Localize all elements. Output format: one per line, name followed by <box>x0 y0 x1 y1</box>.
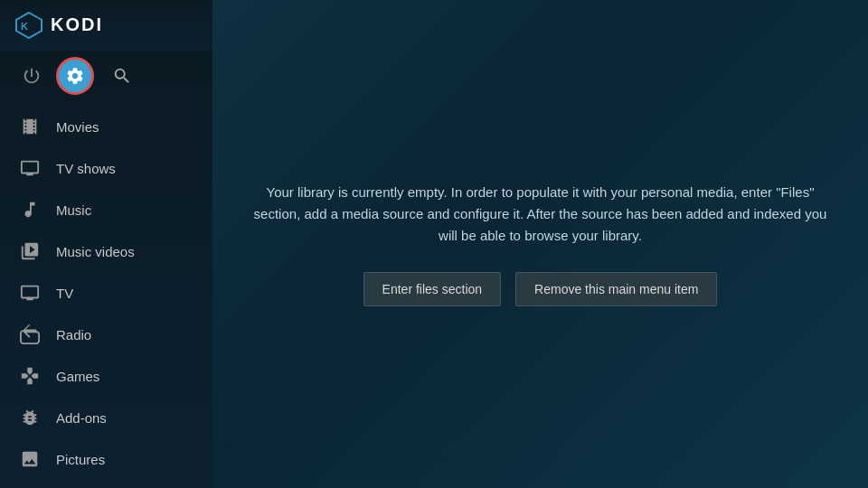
music-videos-label: Music videos <box>56 244 135 259</box>
main-content: Your library is currently empty. In orde… <box>212 0 868 488</box>
sidebar-item-music-videos[interactable]: Music videos <box>0 230 212 272</box>
nav-items: Movies TV shows Music M <box>0 106 212 488</box>
music-videos-icon <box>18 239 42 263</box>
action-buttons: Enter files section Remove this main men… <box>363 272 718 306</box>
sidebar-item-radio[interactable]: Radio <box>0 314 212 355</box>
sidebar-item-music[interactable]: Music <box>0 189 212 230</box>
empty-library-message: Your library is currently empty. In orde… <box>249 182 832 247</box>
app-layout: K KODI 12:10 PM <box>0 0 868 488</box>
enter-files-button[interactable]: Enter files section <box>363 272 502 306</box>
pictures-label: Pictures <box>56 452 105 467</box>
radio-label: Radio <box>56 327 91 343</box>
addons-icon <box>18 406 42 429</box>
add-ons-label: Add-ons <box>56 410 107 426</box>
music-label: Music <box>56 202 91 218</box>
sidebar-item-tv[interactable]: TV <box>0 272 212 314</box>
radio-icon <box>18 323 42 346</box>
games-label: Games <box>56 369 99 384</box>
sidebar-item-tv-shows[interactable]: TV shows <box>0 147 212 189</box>
sidebar-item-games[interactable]: Games <box>0 355 212 397</box>
sidebar-top-icons <box>0 50 212 106</box>
tv-label: TV <box>56 286 73 301</box>
remove-menu-item-button[interactable]: Remove this main menu item <box>515 272 717 306</box>
tv-shows-icon <box>18 156 42 180</box>
settings-button[interactable] <box>56 57 94 95</box>
sidebar-item-pictures[interactable]: Pictures <box>0 438 212 480</box>
kodi-title: KODI <box>51 14 103 35</box>
sidebar-item-add-ons[interactable]: Add-ons <box>0 397 212 438</box>
tv-shows-label: TV shows <box>56 161 116 176</box>
music-icon <box>18 198 42 221</box>
power-icon[interactable] <box>18 62 45 89</box>
games-icon <box>18 364 42 388</box>
tv-icon <box>18 281 42 305</box>
svg-text:K: K <box>21 21 28 32</box>
sidebar: K KODI 12:10 PM <box>0 0 212 488</box>
kodi-logo: K <box>14 11 43 40</box>
pictures-icon <box>18 447 42 471</box>
movies-icon <box>18 115 42 138</box>
sidebar-item-movies[interactable]: Movies <box>0 106 212 147</box>
movies-label: Movies <box>56 119 99 135</box>
search-icon[interactable] <box>108 62 136 89</box>
